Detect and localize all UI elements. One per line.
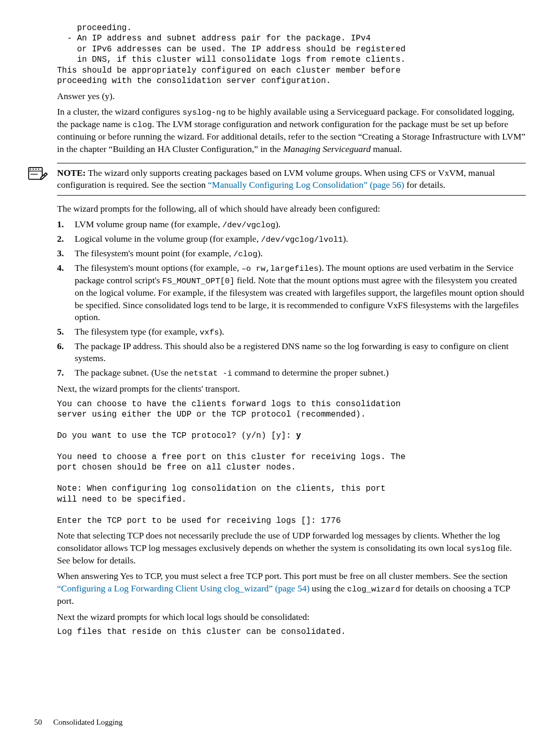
text: In a cluster, the wizard configures bbox=[57, 106, 183, 117]
text: The filesystem's mount point (for exampl… bbox=[75, 248, 233, 258]
code: FS_MOUNT_OPT[0] bbox=[162, 277, 235, 286]
list-item: 5. The filesystem type (for example, vxf… bbox=[57, 326, 526, 338]
text: ). bbox=[343, 233, 348, 244]
svg-point-4 bbox=[38, 169, 39, 170]
next-transport: Next, the wizard prompts for the clients… bbox=[57, 383, 526, 395]
list-num: 4. bbox=[57, 262, 75, 324]
list-item: 4. The filesystem's mount options (for e… bbox=[57, 262, 526, 324]
text: Note that selecting TCP does not necessa… bbox=[57, 530, 500, 553]
text: ). bbox=[275, 219, 281, 229]
cluster-paragraph: In a cluster, the wizard configures sysl… bbox=[57, 106, 526, 155]
list-num: 5. bbox=[57, 326, 75, 338]
list-item: 3. The filesystem's mount point (for exa… bbox=[57, 247, 526, 260]
text: command to determine the proper subnet.) bbox=[232, 367, 389, 378]
pre-bold-y: y bbox=[296, 431, 301, 440]
code: /clog bbox=[233, 250, 258, 259]
answer-yes: Answer yes (y). bbox=[57, 90, 526, 103]
text: The filesystem's mount options (for exam… bbox=[75, 263, 242, 273]
code-syslog-ng: syslog-ng bbox=[183, 108, 226, 117]
svg-point-2 bbox=[33, 169, 34, 170]
text: The package IP address. This should also… bbox=[75, 341, 509, 364]
ordered-list: 1. LVM volume group name (for example, /… bbox=[57, 218, 526, 379]
note-text-b: for details. bbox=[404, 179, 445, 190]
note-label: NOTE: bbox=[57, 168, 86, 178]
pre-block-2: You can choose to have the clients forwa… bbox=[57, 399, 526, 527]
list-num: 3. bbox=[57, 247, 75, 260]
text: Logical volume in the volume group (for … bbox=[75, 233, 261, 244]
list-num: 1. bbox=[57, 218, 75, 231]
note-link[interactable]: “Manually Configuring Log Consolidation”… bbox=[208, 179, 404, 190]
text: manual. bbox=[371, 144, 402, 154]
svg-point-1 bbox=[30, 169, 31, 170]
note-icon bbox=[26, 164, 48, 183]
list-num: 7. bbox=[57, 367, 75, 379]
tcp-note: Note that selecting TCP does not necessa… bbox=[57, 530, 526, 567]
code: vxfs bbox=[200, 328, 219, 337]
code-clog-wizard: clog_wizard bbox=[347, 585, 400, 594]
pre-block-1: proceeding. - An IP address and subnet a… bbox=[57, 23, 526, 87]
list-item: 6. The package IP address. This should a… bbox=[57, 340, 526, 365]
code-syslog: syslog bbox=[466, 544, 495, 554]
text: using the bbox=[310, 583, 347, 593]
list-num: 2. bbox=[57, 233, 75, 245]
yes-tcp-paragraph: When answering Yes to TCP, you must sele… bbox=[57, 570, 526, 607]
list-num: 6. bbox=[57, 340, 75, 365]
code-clog: clog bbox=[133, 120, 152, 130]
wizard-prompts-intro: The wizard prompts for the following, al… bbox=[57, 203, 526, 215]
clog-wizard-link[interactable]: “Configuring a Log Forwarding Client Usi… bbox=[57, 583, 310, 593]
list-item: 1. LVM volume group name (for example, /… bbox=[57, 218, 526, 231]
list-item: 7. The package subnet. (Use the netstat … bbox=[57, 367, 526, 379]
svg-point-3 bbox=[35, 169, 36, 170]
pre-text: You can choose to have the clients forwa… bbox=[57, 399, 401, 440]
text: ). bbox=[219, 326, 224, 337]
text: The package subnet. (Use the bbox=[75, 367, 184, 378]
code: –o rw,largefiles bbox=[242, 264, 319, 273]
pre-text: You need to choose a free port on this c… bbox=[57, 452, 405, 526]
pre-block-3: Log files that reside on this cluster ca… bbox=[57, 627, 526, 637]
text: ). bbox=[257, 248, 262, 258]
list-item: 2. Logical volume in the volume group (f… bbox=[57, 233, 526, 245]
code: netstat -i bbox=[184, 369, 232, 378]
next-local: Next the wizard prompts for which local … bbox=[57, 611, 526, 624]
text: LVM volume group name (for example, bbox=[75, 219, 222, 229]
note-box: NOTE: The wizard only supports creating … bbox=[57, 163, 526, 196]
manual-title: Managing Serviceguard bbox=[283, 144, 371, 154]
text: When answering Yes to TCP, you must sele… bbox=[57, 571, 508, 581]
code: /dev/vgclog/lvol1 bbox=[261, 235, 343, 244]
text: The filesystem type (for example, bbox=[75, 326, 200, 337]
code: /dev/vgclog bbox=[222, 220, 275, 230]
